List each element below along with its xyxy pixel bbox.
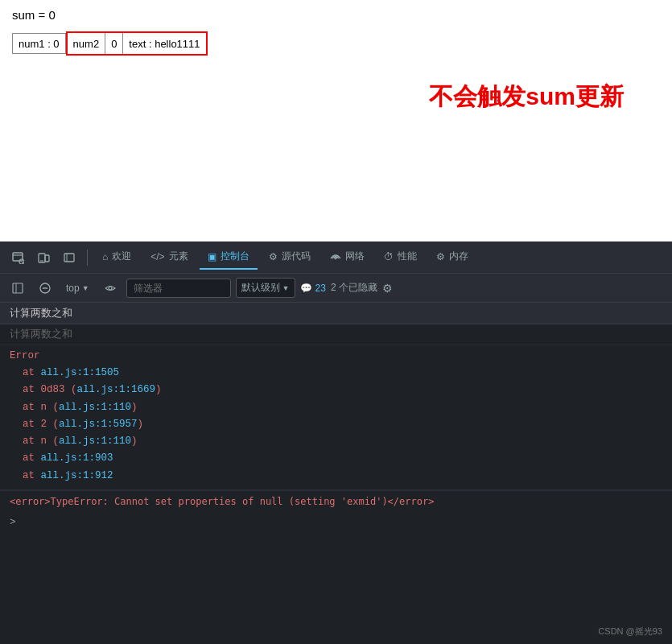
elements-icon[interactable] (58, 246, 80, 269)
error-stack-line-3: at 2 (all.js:1:5957) (10, 416, 662, 433)
sum-display: sum = 0 (12, 8, 660, 22)
home-icon: ⌂ (102, 251, 108, 262)
sidebar-toggle-btn[interactable] (6, 277, 29, 299)
console-prompt-row: > (0, 512, 672, 533)
console-error-block: Error at all.js:1:1505 at 0d83 (all.js:1… (0, 345, 672, 490)
error-link-5[interactable]: all.js:1:903 (41, 452, 113, 464)
performance-icon: ⏱ (384, 251, 394, 262)
console-icon: ▣ (208, 251, 216, 262)
level-dropdown-arrow: ▼ (282, 284, 290, 292)
network-icon (330, 250, 341, 262)
page-content: sum = 0 num1 : 0 num2 0 text : hello1111… (0, 0, 672, 242)
clear-console-btn[interactable] (34, 277, 56, 299)
prompt-symbol: > (10, 517, 16, 528)
console-error-tag: <error>TypeError: Cannot set properties … (0, 490, 672, 512)
log-level-dropdown[interactable]: 默认级别 ▼ (236, 278, 295, 298)
error-link-4[interactable]: all.js:1:110 (59, 436, 131, 447)
error-stack-line-6: at all.js:1:912 (10, 468, 662, 485)
devtools-panel: ⌂ 欢迎 </> 元素 ▣ 控制台 ⚙ 源代码 网络 (0, 242, 672, 644)
svg-point-2 (19, 259, 24, 264)
code-icon: </> (150, 251, 164, 262)
settings-gear-icon[interactable]: ⚙ (382, 282, 393, 295)
device-icon[interactable] (32, 246, 55, 269)
highlighted-input-group: num2 0 text : hello1111 (66, 31, 208, 56)
num2-value[interactable]: 0 (105, 33, 123, 54)
console-content: 计算两数之和 计算两数之和 Error at all.js:1:1505 at … (0, 303, 672, 644)
error-link-1[interactable]: all.js:1:1669 (77, 384, 156, 395)
console-section-header: 计算两数之和 (0, 303, 672, 324)
svg-rect-7 (64, 254, 74, 262)
error-link-3[interactable]: all.js:1:5957 (59, 419, 138, 430)
tab-console[interactable]: ▣ 控制台 (200, 245, 258, 270)
tab-memory[interactable]: ⚙ 内存 (428, 245, 476, 270)
watermark: CSDN @摇光93 (598, 625, 662, 638)
console-section-subheader: 计算两数之和 (0, 324, 672, 345)
tab-performance[interactable]: ⏱ 性能 (376, 245, 425, 270)
context-selector[interactable]: top ▼ (61, 280, 94, 296)
error-link-6[interactable]: all.js:1:912 (41, 470, 113, 481)
no-trigger-text: 不会触发sum更新 (429, 80, 624, 114)
devtools-tabbar: ⌂ 欢迎 </> 元素 ▣ 控制台 ⚙ 源代码 网络 (0, 242, 672, 274)
hidden-count: 2 个已隐藏 (331, 281, 377, 295)
text-value[interactable]: text : hello1111 (123, 33, 205, 54)
num1-input[interactable]: num1 : 0 (12, 33, 66, 54)
svg-rect-5 (45, 255, 49, 262)
svg-point-14 (109, 287, 112, 290)
error-title: Error (10, 350, 662, 361)
inspect-icon[interactable] (6, 246, 29, 269)
error-stack-line-4: at n (all.js:1:110) (10, 433, 662, 450)
tab-welcome[interactable]: ⌂ 欢迎 (94, 245, 139, 270)
memory-icon: ⚙ (436, 251, 445, 262)
tab-separator (87, 250, 88, 266)
tab-sources[interactable]: ⚙ 源代码 (261, 245, 319, 270)
svg-rect-11 (15, 283, 17, 293)
tab-network[interactable]: 网络 (322, 245, 373, 270)
svg-line-3 (23, 262, 24, 263)
inputs-row: num1 : 0 num2 0 text : hello1111 (12, 31, 660, 56)
error-stack-line-0: at all.js:1:1505 (10, 365, 662, 382)
dropdown-arrow-icon: ▼ (82, 284, 89, 292)
svg-point-9 (335, 258, 336, 260)
filter-input[interactable] (126, 279, 231, 298)
chat-icon: 💬 (300, 283, 312, 294)
sources-icon: ⚙ (269, 251, 278, 262)
error-stack-line-2: at n (all.js:1:110) (10, 399, 662, 416)
devtools-toolbar2: top ▼ 默认级别 ▼ 💬 23 2 个已隐藏 ⚙ (0, 274, 672, 303)
svg-rect-10 (13, 283, 23, 293)
eye-btn[interactable] (99, 277, 122, 299)
num2-label[interactable]: num2 (68, 33, 106, 54)
error-stack-line-1: at 0d83 (all.js:1:1669) (10, 382, 662, 398)
error-link-0[interactable]: all.js:1:1505 (41, 367, 120, 378)
tab-elements[interactable]: </> 元素 (142, 245, 196, 270)
error-count-badge: 💬 23 (300, 283, 326, 294)
error-link-2[interactable]: all.js:1:110 (59, 402, 131, 413)
error-stack-line-5: at all.js:1:903 (10, 450, 662, 467)
